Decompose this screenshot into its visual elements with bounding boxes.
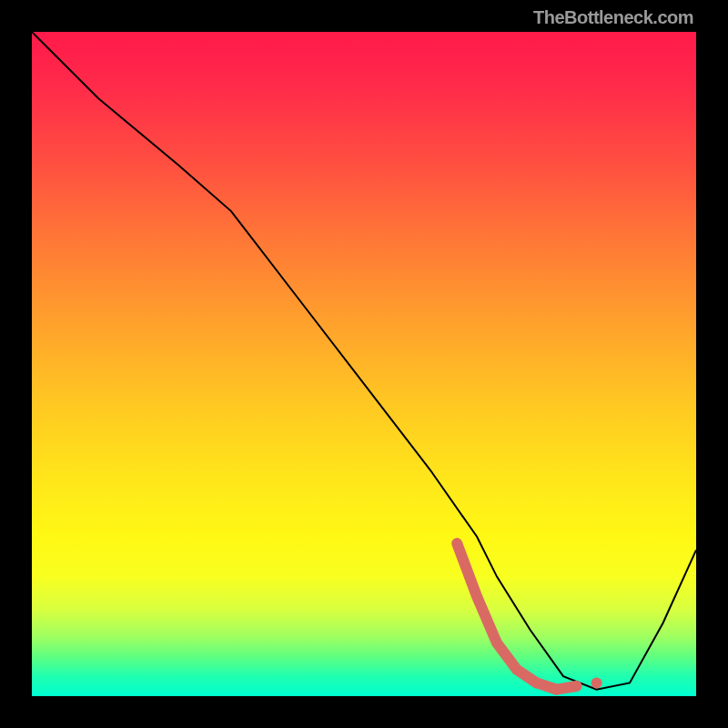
attribution-label: TheBottleneck.com: [533, 7, 693, 28]
chart-container: TheBottleneck.com: [0, 0, 728, 728]
plot-gradient-background: [32, 32, 696, 696]
